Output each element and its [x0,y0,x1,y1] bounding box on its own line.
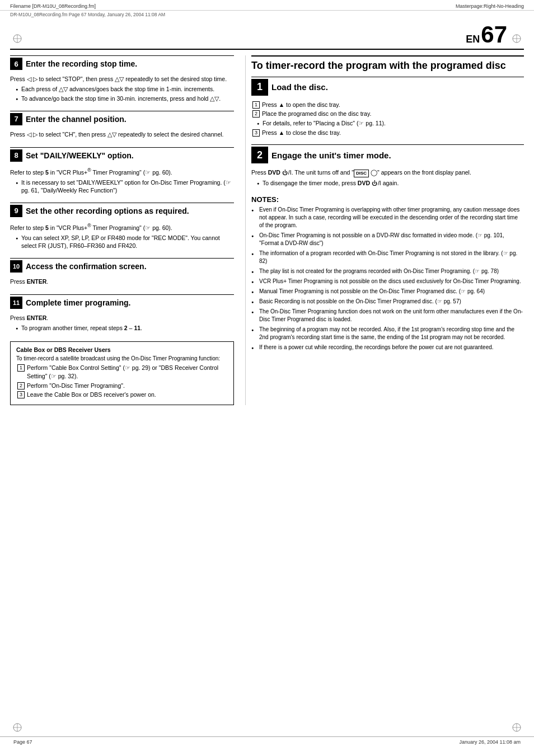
r-substep-1-3: 3 Press ▲ to close the disc tray. [252,129,524,137]
step-9-header: 9 Set the other recording options as req… [10,203,234,219]
r-step-1-number: 1 [251,79,268,96]
step-10: 10 Access the confirmation screen. Press… [10,258,234,289]
cable-step-3: 3 Leave the Cable Box or DBS receiver's … [17,391,228,399]
step-7-title: Enter the channel position. [26,115,127,124]
r-substep-1-1: 1 Press ▲ to open the disc tray. [252,101,524,109]
step-8-body: Refer to step 5 in "VCR Plus+® Timer Pro… [10,166,234,197]
note-2: On-Disc Timer Programing is not possible… [251,232,524,247]
step-6: 6 Enter the recording stop time. Press ◁… [10,55,234,105]
step-7-number: 7 [10,113,22,125]
r-step-1-header: 1 Load the disc. [251,77,524,97]
r-step-1-body: 1 Press ▲ to open the disc tray. 2 Place… [251,100,524,139]
cable-box-steps: 1 Perform "Cable Box Control Setting" (☞… [16,364,228,399]
step-9-body: Refer to step 5 in "VCR Plus+® Timer Pro… [10,221,234,252]
note-5: VCR Plus+ Timer Programing is not possib… [251,278,524,285]
cable-box-info: Cable Box or DBS Receiver Users To timer… [10,341,234,405]
step-7-body: Press ◁ ▷ to select "CH", then press △▽ … [10,129,234,142]
note-8: The On-Disc Timer Programing function do… [251,308,524,323]
right-column: To timer-record the program with the pro… [245,55,524,405]
step-8-title: Set "DAILY/WEEKLY" option. [26,151,134,160]
note-9: The beginning of a program may not be re… [251,326,524,341]
top-meta-bar: Filename [DR-M10U_08Recording.fm] Master… [0,0,534,11]
r-step-1-title: Load the disc. [271,82,328,92]
step-10-header: 10 Access the confirmation screen. [10,258,234,274]
step-11-header: 11 Complete timer programing. [10,294,234,311]
corner-mark-tr [512,34,522,45]
cable-step-2: 2 Perform "On-Disc Timer Programing". [17,382,228,390]
step-7-header: 7 Enter the channel position. [10,111,234,127]
note-1: Even if On-Disc Timer Programing is over… [251,206,524,229]
step-6-title: Enter the recording stop time. [26,59,137,68]
r-step-2-title: Engage the unit's timer mode. [271,151,391,160]
corner-mark-br [512,722,522,734]
page-footer: Page 67 January 26, 2004 11:08 am [0,736,534,745]
step-9: 9 Set the other recording options as req… [10,203,234,252]
cable-box-title: Cable Box or DBS Receiver Users [16,346,228,353]
step-11: 11 Complete timer programing. Press ENTE… [10,294,234,335]
step-8-number: 8 [10,149,22,162]
step-8-header: 8 Set "DAILY/WEEKLY" option. [10,147,234,163]
cable-box-intro: To timer-record a satellite broadcast us… [16,355,228,361]
step-9-number: 9 [10,205,22,217]
notes-title: NOTES: [251,195,524,204]
step-10-number: 10 [10,260,22,273]
note-4: The play list is not created for the pro… [251,267,524,275]
note-10: If there is a power cut while recording,… [251,344,524,351]
r-step-2-number: 2 [251,147,268,163]
step-10-body: Press ENTER. [10,276,234,289]
step-9-title: Set the other recording options as requi… [26,206,189,215]
corner-mark-bl [12,722,22,734]
step-11-body: Press ENTER. To program another timer, r… [10,313,234,335]
note-3: The information of a program recorded wi… [251,250,524,265]
section-title: To timer-record the program with the pro… [251,55,524,72]
filename-label: Filename [DR-M10U_08Recording.fm] [10,3,96,9]
step-11-title: Complete timer programing. [26,298,130,307]
note-6: Manual Timer Programing is not possible … [251,288,524,295]
step-11-number: 11 [10,297,22,309]
footer-left: Page 67 [13,739,32,745]
page-number: 67 [481,23,507,46]
step-10-title: Access the confirmation screen. [26,262,147,271]
r-substep-1-2: 2 Place the programed disc on the disc t… [252,110,524,118]
r-step-2: 2 Engage the unit's timer mode. Press DV… [251,144,524,189]
step-6-header: 6 Enter the recording stop time. [10,55,234,72]
page-header: EN 67 [10,18,524,50]
r-step-2-header: 2 Engage the unit's timer mode. [251,144,524,165]
left-column: 6 Enter the recording stop time. Press ◁… [10,55,245,405]
step-6-number: 6 [10,58,22,70]
note-7: Basic Recording is not possible on the O… [251,298,524,306]
masterpage-label: Masterpage:Right-No-Heading [456,3,524,9]
main-content: 6 Enter the recording stop time. Press ◁… [0,50,534,411]
step-7: 7 Enter the channel position. Press ◁ ▷ … [10,111,234,142]
subline-label: DR-M10U_08Recording.fm Page 67 Monday, J… [10,12,165,17]
step-8: 8 Set "DAILY/WEEKLY" option. Refer to st… [10,147,234,197]
en-label: EN [466,34,480,45]
cable-step-1: 1 Perform "Cable Box Control Setting" (☞… [17,364,228,380]
r-step-2-body: Press DVD ⏻/I. The unit turns off and "D… [251,167,524,189]
step-6-body: Press ◁ ▷ to select "STOP", then press △… [10,74,234,105]
sub-meta-bar: DR-M10U_08Recording.fm Page 67 Monday, J… [0,11,534,18]
footer-right: January 26, 2004 11:08 am [459,739,521,745]
r-step-1: 1 Load the disc. 1 Press ▲ to open the d… [251,77,524,139]
notes-list: Even if On-Disc Timer Programing is over… [251,206,524,351]
corner-mark-tl [12,34,22,45]
notes-block: NOTES: Even if On-Disc Timer Programing … [251,195,524,351]
page: Filename [DR-M10U_08Recording.fm] Master… [0,0,534,756]
